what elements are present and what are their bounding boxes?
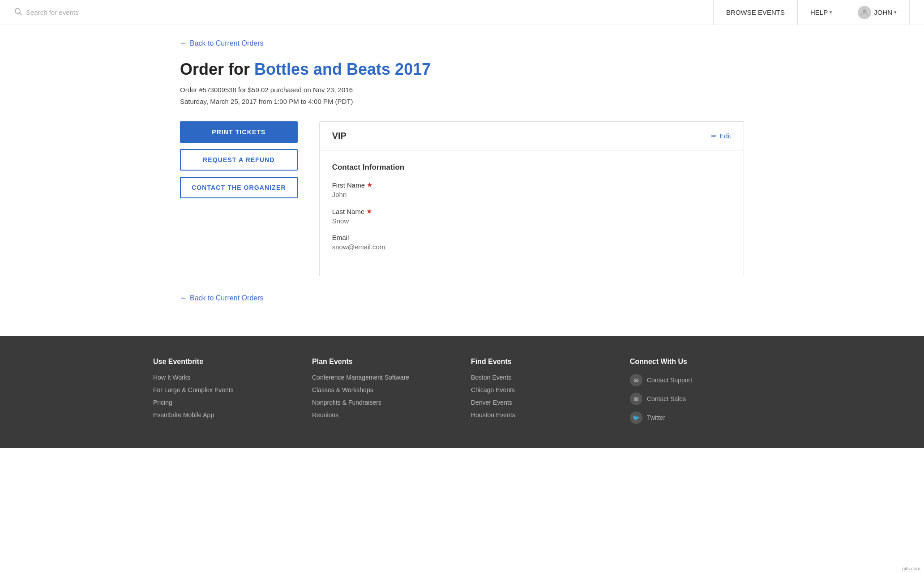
svg-line-1 [20, 13, 22, 15]
back-to-orders-link-bottom[interactable]: ← Back to Current Orders [180, 294, 264, 302]
ticket-card: VIP ✏ Edit Contact Information First Nam… [319, 121, 744, 276]
edit-pencil-icon: ✏ [711, 132, 717, 140]
footer-col-use-eventbrite: Use Eventbrite How It Works For Large & … [153, 358, 294, 430]
required-star-icon: ★ [366, 207, 372, 215]
search-container[interactable]: Search for events [14, 8, 713, 17]
footer-contact-sales-link[interactable]: ✉ Contact Sales [630, 393, 771, 405]
ticket-fields: First Name ★JohnLast Name ★SnowEmailsnow… [332, 181, 731, 251]
field-group-1: Last Name ★Snow [332, 207, 731, 225]
contact-info-section-title: Contact Information [332, 163, 731, 172]
footer-col-4-title: Connect With Us [630, 358, 771, 366]
field-group-2: Emailsnow@email.com [332, 234, 731, 251]
ticket-card-body: Contact Information First Name ★JohnLast… [320, 150, 744, 276]
ticket-card-header: VIP ✏ Edit [320, 122, 744, 150]
required-star-icon: ★ [367, 181, 372, 189]
site-footer: Use Eventbrite How It Works For Large & … [0, 336, 924, 448]
footer-col-find-events: Find Events Boston Events Chicago Events… [471, 358, 612, 430]
order-meta: Order #573009538 for $59.02 purchased on… [180, 84, 744, 107]
content-area: PRINT TICKETS REQUEST A REFUND CONTACT T… [180, 121, 744, 276]
footer-col-1-title: Use Eventbrite [153, 358, 294, 366]
main-content: ← Back to Current Orders Order for Bottl… [153, 25, 771, 336]
help-chevron-icon: ▾ [830, 9, 832, 15]
contact-support-label: Contact Support [647, 376, 692, 384]
field-label-0: First Name ★ [332, 181, 731, 189]
back-to-orders-link-top[interactable]: ← Back to Current Orders [180, 39, 264, 47]
footer-contact-support-link[interactable]: ✉ Contact Support [630, 374, 771, 386]
back-arrow-icon-bottom: ← [180, 294, 187, 302]
field-value-2: snow@email.com [332, 243, 731, 251]
field-value-1: Snow [332, 217, 731, 225]
browse-events-nav[interactable]: BROWSE EVENTS [713, 0, 797, 25]
twitter-label: Twitter [647, 414, 665, 421]
footer-col-plan-events: Plan Events Conference Management Softwa… [312, 358, 453, 430]
field-label-1: Last Name ★ [332, 207, 731, 215]
field-group-0: First Name ★John [332, 181, 731, 198]
footer-link-denver[interactable]: Denver Events [471, 399, 612, 406]
footer-link-houston[interactable]: Houston Events [471, 411, 612, 419]
contact-sales-icon: ✉ [630, 393, 642, 405]
footer-link-boston[interactable]: Boston Events [471, 374, 612, 381]
contact-sales-label: Contact Sales [647, 395, 686, 402]
user-avatar-icon [858, 6, 871, 19]
contact-support-icon: ✉ [630, 374, 642, 386]
footer-link-reunions[interactable]: Reunions [312, 411, 453, 419]
svg-point-2 [863, 9, 866, 13]
footer-link-classes[interactable]: Classes & Workshops [312, 386, 453, 393]
footer-link-how-it-works[interactable]: How It Works [153, 374, 294, 381]
user-chevron-icon: ▾ [894, 9, 897, 15]
print-tickets-button[interactable]: PRINT TICKETS [180, 121, 298, 143]
footer-col-connect: Connect With Us ✉ Contact Support ✉ Cont… [630, 358, 771, 430]
footer-link-large-events[interactable]: For Large & Complex Events [153, 386, 294, 393]
ticket-type: VIP [332, 131, 346, 141]
search-icon [14, 8, 22, 17]
footer-link-mobile-app[interactable]: Eventbrite Mobile App [153, 411, 294, 419]
footer-grid: Use Eventbrite How It Works For Large & … [153, 358, 771, 430]
back-to-orders-bottom: ← Back to Current Orders [180, 294, 744, 315]
footer-twitter-link[interactable]: 🐦 Twitter [630, 411, 771, 424]
help-nav[interactable]: HELP ▾ [797, 0, 845, 25]
back-arrow-icon: ← [180, 39, 187, 47]
order-title: Order for Bottles and Beats 2017 [180, 60, 744, 79]
edit-ticket-link[interactable]: ✏ Edit [711, 132, 731, 140]
footer-link-chicago[interactable]: Chicago Events [471, 386, 612, 393]
action-buttons: PRINT TICKETS REQUEST A REFUND CONTACT T… [180, 121, 298, 198]
footer-link-conference[interactable]: Conference Management Software [312, 374, 453, 381]
user-nav[interactable]: JOHN ▾ [845, 0, 910, 25]
header-nav: BROWSE EVENTS HELP ▾ JOHN ▾ [713, 0, 910, 25]
contact-organizer-button[interactable]: CONTACT THE ORGANIZER [180, 177, 298, 198]
search-placeholder: Search for events [26, 9, 79, 16]
footer-link-nonprofits[interactable]: Nonprofits & Fundraisers [312, 399, 453, 406]
twitter-icon: 🐦 [630, 411, 642, 424]
footer-link-pricing[interactable]: Pricing [153, 399, 294, 406]
event-name-link[interactable]: Bottles and Beats 2017 [254, 60, 431, 78]
footer-col-3-title: Find Events [471, 358, 612, 366]
footer-col-2-title: Plan Events [312, 358, 453, 366]
field-value-0: John [332, 191, 731, 198]
field-label-2: Email [332, 234, 731, 241]
site-header: Search for events BROWSE EVENTS HELP ▾ J… [0, 0, 924, 25]
request-refund-button[interactable]: REQUEST A REFUND [180, 149, 298, 171]
